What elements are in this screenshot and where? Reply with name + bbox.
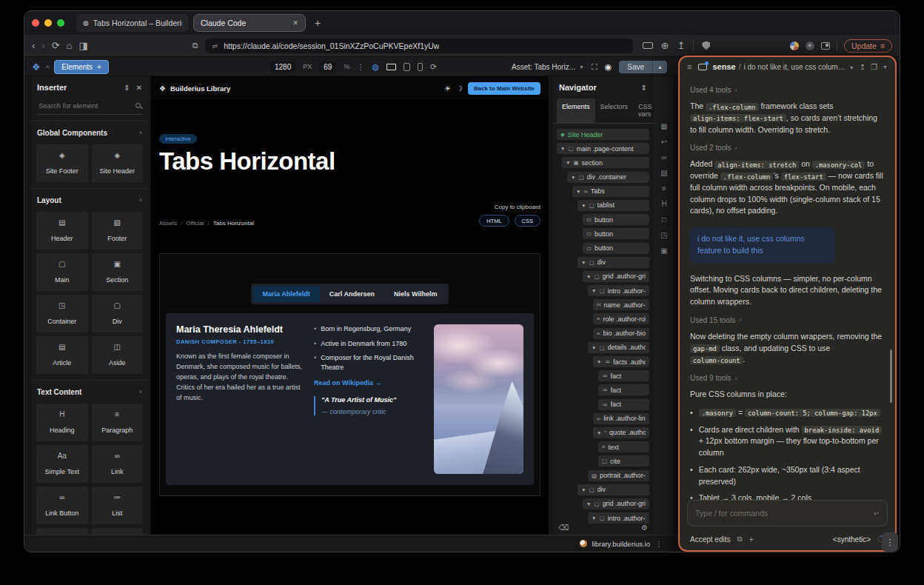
forward-icon[interactable]: › (41, 41, 44, 50)
collapse-chevron-icon[interactable]: ˄ (139, 390, 142, 395)
navigator-node-quote-author[interactable]: ▼”quote .author-... (593, 427, 649, 438)
navigator-node-div[interactable]: ▼▢div (578, 484, 649, 495)
navigator-node-intro-author-int[interactable]: ▼▢intro .author-int... (588, 285, 649, 296)
expand-caret-icon[interactable]: ▼ (597, 430, 601, 435)
back-icon[interactable]: ‹ (32, 41, 35, 50)
shield-extension-icon[interactable] (702, 41, 710, 50)
browser-tab-claude[interactable]: ✳ Claude Code ✕ (193, 14, 306, 32)
navigator-node-facts-author-f[interactable]: ▼≔facts .author-f... (593, 356, 649, 367)
navigator-node-tablist[interactable]: ▼▢tablist (578, 200, 649, 211)
expand-caret-icon[interactable]: ▼ (592, 345, 596, 350)
zoom-level-input[interactable]: 69 (319, 61, 336, 73)
builderius-logo-icon[interactable]: ❖ (32, 61, 41, 73)
inserter-item-footer[interactable]: ▧Footer (92, 212, 144, 250)
navigator-node-role-author-role-f[interactable]: ≡role .author-role.f... (593, 313, 649, 324)
preview-tab-niels-wilhelm[interactable]: Niels Wilhelm (384, 286, 446, 302)
tablet-breakpoint-icon[interactable] (404, 63, 410, 71)
close-window-button[interactable] (32, 19, 39, 27)
navigator-node-div[interactable]: ▼▢div (578, 257, 649, 268)
expand-caret-icon[interactable]: ▼ (581, 203, 586, 208)
navigator-node-div-container[interactable]: ▼▢div .container (567, 172, 649, 183)
fullscreen-icon[interactable]: ⛶ (592, 62, 597, 72)
collapse-chevron-icon[interactable]: ˄ (139, 198, 142, 203)
redo-icon[interactable]: ↩ (661, 138, 667, 146)
canvas[interactable]: ❖ Builderius Library ☀ ☽ Back to Main We… (151, 76, 549, 535)
new-tab-button[interactable]: + (315, 17, 321, 29)
breadcrumb-segment[interactable]: Assets (159, 220, 177, 227)
inserter-item-site-footer[interactable]: ◈Site Footer (36, 144, 88, 182)
expand-caret-icon[interactable]: ▼ (597, 359, 601, 364)
navigator-node-details-author[interactable]: ▼▢details .author-... (588, 342, 649, 353)
url-bar[interactable]: ⇌ https://claude.ai/code/session_01SinXZ… (205, 39, 633, 53)
copy-css-button[interactable]: CSS (515, 215, 540, 227)
inserter-item-site-header[interactable]: ◈Site Header (92, 144, 144, 182)
navigator-node-fact[interactable]: ≔fact (598, 370, 649, 381)
extension-frame-icon[interactable] (821, 42, 830, 50)
close-tab-icon[interactable]: ✕ (292, 19, 298, 27)
breadcrumb-segment[interactable]: Tabs Horizontal (213, 220, 254, 227)
expand-caret-icon[interactable]: ▼ (592, 288, 596, 293)
inserter-item-container[interactable]: ◳Container (36, 295, 88, 332)
more-options-icon[interactable]: ⋮ (357, 63, 364, 71)
navigator-node-button[interactable]: ▭button (583, 214, 649, 225)
pin-panel-icon[interactable]: ⇕ (124, 84, 130, 92)
chevron-down-icon[interactable]: ▼ (883, 64, 888, 70)
inserter-section-global-components[interactable]: Global Components˄ (30, 121, 149, 143)
panel-layout-icon[interactable]: ❐ (871, 63, 877, 71)
tool-use-summary[interactable]: Used 2 tools› (690, 144, 885, 152)
inserter-item-link-button[interactable]: ∞Link Button (36, 487, 88, 524)
save-button[interactable]: Save ▲ (619, 61, 667, 73)
chevron-down-icon[interactable]: ▼ (849, 65, 854, 70)
navigator-node-cite[interactable]: ▢cite (598, 455, 649, 467)
section-icon[interactable]: ▣ (660, 247, 667, 255)
inserter-item-section[interactable]: ▣Section (92, 253, 144, 291)
extension-pie-icon[interactable] (790, 41, 799, 50)
close-panel-icon[interactable]: ✕ (136, 84, 142, 92)
pin-panel-icon[interactable]: ⇕ (641, 84, 647, 92)
device-icon[interactable] (643, 42, 653, 49)
breadcrumb-segment[interactable]: Official (186, 220, 204, 227)
paragraph-icon[interactable]: ≡ (662, 184, 666, 193)
inserter-item-aside[interactable]: ◫Aside (92, 336, 144, 374)
delete-node-trash-icon[interactable]: ⌫ (558, 524, 569, 532)
link-icon[interactable]: ∞ (661, 153, 666, 161)
tool-use-summary[interactable]: Used 4 tools› (690, 86, 885, 94)
add-icon[interactable]: + (749, 535, 754, 544)
inserter-item-paragraph[interactable]: ≡Paragraph (92, 404, 144, 441)
menu-hamburger-icon[interactable]: ≡ (687, 62, 692, 71)
inserter-item-list[interactable]: ≔ (36, 528, 88, 535)
zoom-page-icon[interactable]: ⊕ (661, 41, 669, 50)
expand-caret-icon[interactable]: ▼ (571, 175, 575, 180)
inserter-item-div[interactable]: ▢Div (92, 295, 144, 332)
minimize-window-button[interactable] (44, 19, 52, 27)
inserter-item-link[interactable]: ∞Link (92, 445, 144, 483)
site-domain[interactable]: library.builderius.io (592, 540, 651, 548)
back-to-main-website-button[interactable]: Back to Main Website (468, 82, 540, 95)
preview-tab-maria-ahlefeldt[interactable]: Maria Ahlefeldt (253, 286, 320, 302)
navigator-node-button[interactable]: ▭button (583, 228, 649, 239)
navigator-node-link-author-link[interactable]: ∞link .author-link (593, 413, 649, 424)
navigator-tab-css-vars[interactable]: CSS vars (633, 98, 654, 123)
inserter-section-text-content[interactable]: Text Content˄ (30, 380, 149, 402)
navigator-settings-gear-icon[interactable]: ⚙ (641, 524, 648, 532)
inserter-item-list[interactable]: ≔List (92, 487, 144, 524)
inserter-item-heading[interactable]: HHeading (36, 404, 88, 441)
navigator-node-fact[interactable]: ≔fact (598, 399, 649, 410)
navigator-tab-selectors[interactable]: Selectors (595, 98, 634, 123)
navigator-node-name-author-name[interactable]: Hname .author-name (593, 299, 649, 310)
expand-caret-icon[interactable]: ▼ (576, 189, 580, 194)
expand-caret-icon[interactable]: ▼ (592, 515, 596, 521)
elements-button[interactable]: Elements + (54, 60, 109, 74)
expand-caret-icon[interactable]: ▼ (586, 501, 591, 507)
navigator-node-main-page-content[interactable]: ▼▢main .page-content (557, 143, 649, 154)
heading-icon[interactable]: H (661, 200, 666, 208)
preview-eye-icon[interactable]: ◉ (605, 62, 612, 72)
diff-icon[interactable]: ⧉ (737, 535, 742, 544)
home-icon[interactable]: ⌂ (67, 41, 73, 50)
mobile-breakpoint-icon[interactable] (418, 63, 423, 71)
collapse-chevron-icon[interactable]: ˄ (139, 130, 142, 136)
navigator-node-text[interactable]: ≡text (598, 441, 649, 452)
accept-edits-button[interactable]: Accept edits (690, 535, 730, 544)
grid-icon[interactable]: ▦ (660, 122, 667, 130)
bookmark-icon[interactable]: ⧉ (192, 41, 198, 50)
